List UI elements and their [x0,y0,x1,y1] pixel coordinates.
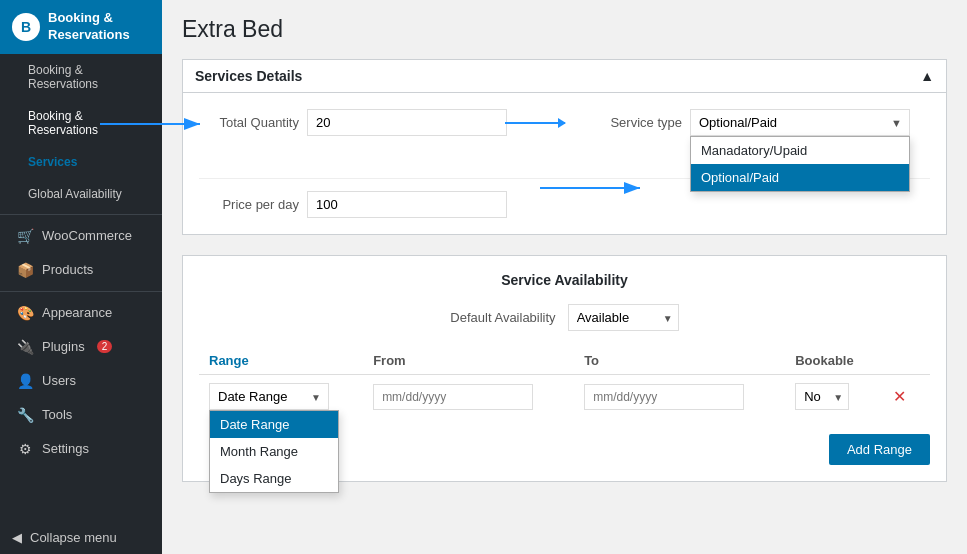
sidebar-item-global-availability[interactable]: Global Availability [0,178,162,210]
sidebar-item-users[interactable]: 👤 Users [0,364,162,398]
range-dropdown: Date Range Month Range Days Range [209,410,339,493]
sidebar-item-label: WooCommerce [42,228,132,243]
action-col-header [877,347,930,375]
main-content: Extra Bed Services Details ▲ Total Quant… [162,0,967,554]
sidebar-item-label: Settings [42,441,89,456]
service-availability-box: Service Availability Default Availabilit… [182,255,947,482]
range-option-month[interactable]: Month Range [210,438,338,465]
collapse-icon[interactable]: ▲ [920,68,934,84]
services-details-header: Services Details ▲ [183,60,946,93]
appearance-icon: 🎨 [16,305,34,321]
sidebar-item-appearance[interactable]: 🎨 Appearance [0,296,162,330]
sidebar-item-services[interactable]: Services [0,146,162,178]
bookable-select-wrapper: No Yes ▼ [795,383,849,410]
table-row: Date Range Month Range Days Range ▼ Date… [199,375,930,419]
add-range-button[interactable]: Add Range [829,434,930,465]
availability-title: Service Availability [199,272,930,288]
from-date-input[interactable] [373,384,533,410]
default-availability-row: Default Availability Available Not Avail… [199,304,930,331]
plugins-badge: 2 [97,340,113,353]
sidebar-item-label: Products [42,262,93,277]
blue-arrow-annotation [505,122,565,124]
from-cell [363,375,574,419]
range-col-header: Range [199,347,363,375]
sidebar-item-woocommerce[interactable]: 🛒 WooCommerce [0,219,162,253]
page-title: Extra Bed [182,16,947,43]
plugins-icon: 🔌 [16,339,34,355]
settings-icon: ⚙ [16,441,34,457]
total-quantity-label: Total Quantity [199,115,299,130]
sidebar-item-label: Booking & Reservations [28,63,98,91]
collapse-menu-label: Collapse menu [30,530,117,545]
sidebar-item-label: Users [42,373,76,388]
dropdown-item-mandatory[interactable]: Manadatory/Upaid [691,137,909,164]
sidebar-item-products[interactable]: 📦 Products [0,253,162,287]
range-table-header-row: Range From To Bookable [199,347,930,375]
dropdown-item-optional[interactable]: Optional/Paid [691,164,909,191]
collapse-menu-icon: ◀ [12,530,22,545]
from-col-header: From [363,347,574,375]
services-details-title: Services Details [195,68,302,84]
services-form-grid: Total Quantity Service type Optional/Pai… [199,109,930,166]
availability-section: Service Availability Default Availabilit… [183,256,946,481]
to-col-header: To [574,347,785,375]
total-quantity-input[interactable] [307,109,507,136]
range-select[interactable]: Date Range Month Range Days Range [209,383,329,410]
range-option-days[interactable]: Days Range [210,465,338,492]
price-form-grid: Price per day [199,191,930,218]
sidebar-divider-2 [0,291,162,292]
sidebar-item-tools[interactable]: 🔧 Tools [0,398,162,432]
sidebar-item-booking-reservations[interactable]: Booking & Reservations [0,54,162,100]
default-availability-select-wrapper: Available Not Available ▼ [568,304,679,331]
bookable-cell: No Yes ▼ [785,375,877,419]
sidebar: B Booking & Reservations Booking & Reser… [0,0,162,554]
sidebar-item-booking-sub[interactable]: Booking & Reservations [0,100,162,146]
services-details-content: Total Quantity Service type Optional/Pai… [183,93,946,234]
service-type-wrapper: Optional/Paid Manadatory/Upaid ▼ Manadat… [690,109,910,136]
right-form-col: Service type Optional/Paid Manadatory/Up… [565,109,931,166]
delete-row-button[interactable]: ✕ [887,385,912,408]
sidebar-item-label: Booking & Reservations [28,109,150,137]
woocommerce-icon: 🛒 [16,228,34,244]
tools-icon: 🔧 [16,407,34,423]
default-availability-label: Default Availability [450,310,555,325]
sidebar-header[interactable]: B Booking & Reservations [0,0,162,54]
service-type-dropdown: Manadatory/Upaid Optional/Paid [690,136,910,192]
collapse-menu-item[interactable]: ◀ Collapse menu [0,521,162,554]
to-cell [574,375,785,419]
range-select-wrapper: Date Range Month Range Days Range ▼ Date… [209,383,329,410]
price-per-day-row: Price per day [199,191,565,218]
price-left-col: Price per day [199,191,565,218]
range-table-head: Range From To Bookable [199,347,930,375]
to-date-input[interactable] [584,384,744,410]
app-title: Booking & Reservations [48,10,150,44]
products-icon: 📦 [16,262,34,278]
sidebar-item-plugins[interactable]: 🔌 Plugins 2 [0,330,162,364]
range-option-date[interactable]: Date Range [210,411,338,438]
sidebar-divider-1 [0,214,162,215]
range-cell: Date Range Month Range Days Range ▼ Date… [199,375,363,419]
delete-cell: ✕ [877,375,930,419]
sidebar-item-settings[interactable]: ⚙ Settings [0,432,162,466]
sidebar-item-label: Plugins [42,339,85,354]
bookable-select[interactable]: No Yes [795,383,849,410]
sidebar-item-label: Appearance [42,305,112,320]
range-table-body: Date Range Month Range Days Range ▼ Date… [199,375,930,419]
default-availability-select[interactable]: Available Not Available [568,304,679,331]
service-type-label: Service type [592,115,682,130]
app-icon: B [12,13,40,41]
price-per-day-input[interactable] [307,191,507,218]
services-details-box: Services Details ▲ Total Quantity Servic… [182,59,947,235]
sidebar-item-label: Global Availability [28,187,122,201]
bookable-col-header: Bookable [785,347,877,375]
service-type-row: Service type Optional/Paid Manadatory/Up… [565,109,931,136]
price-per-day-label: Price per day [199,197,299,212]
sidebar-item-label: Tools [42,407,72,422]
users-icon: 👤 [16,373,34,389]
service-type-select[interactable]: Optional/Paid Manadatory/Upaid [690,109,910,136]
sidebar-item-label: Services [28,155,77,169]
range-table: Range From To Bookable Date Range [199,347,930,418]
